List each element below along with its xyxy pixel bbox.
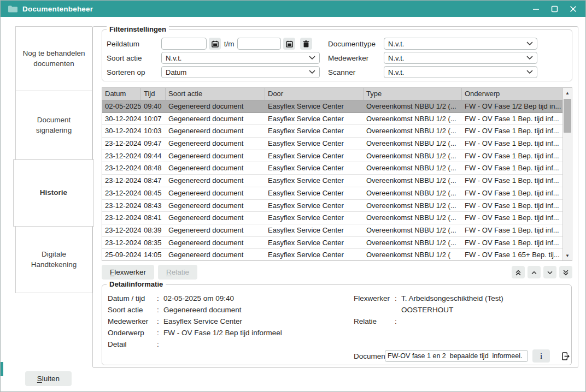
table-row[interactable]: 23-12-202408:43Gegenereerd documentEasyf… bbox=[102, 200, 562, 212]
scroll-down-button[interactable]: ▼ bbox=[563, 251, 572, 260]
table-cell: 23-12-2024 bbox=[102, 237, 141, 249]
maximize-button[interactable] bbox=[549, 4, 559, 14]
calendar-icon bbox=[286, 40, 293, 47]
sorteren-op-label: Sorteren op bbox=[107, 68, 161, 76]
chevron-down-icon bbox=[526, 70, 533, 74]
table-cell: FW - OV Fase 1 Bep. tijd inf... bbox=[462, 175, 562, 187]
history-table: DatumTijdSoort actieDoorTypeOnderwerp 02… bbox=[102, 87, 572, 261]
table-row[interactable]: 02-05-202509:40Gegenereerd documentEasyf… bbox=[102, 100, 562, 113]
table-cell: Gegenereerd document bbox=[166, 100, 265, 112]
documenttype-select[interactable]: N.v.t. bbox=[384, 38, 537, 50]
table-row[interactable]: 23-12-202408:41Gegenereerd documentEasyf… bbox=[102, 212, 562, 224]
table-cell: 08:43 bbox=[141, 200, 166, 212]
colon: : bbox=[157, 294, 163, 302]
flexwerker-button[interactable]: Flexwerker bbox=[102, 265, 154, 280]
sluiten-button[interactable]: Sluiten bbox=[25, 371, 72, 386]
table-row[interactable]: 23-12-202409:47Gegenereerd documentEasyf… bbox=[102, 138, 562, 150]
document-filename-input[interactable] bbox=[385, 350, 528, 362]
left-edge-accent bbox=[1, 362, 3, 376]
table-body: 02-05-202509:40Gegenereerd documentEasyf… bbox=[102, 100, 562, 260]
table-scrollbar[interactable]: ▲ ▼ bbox=[562, 88, 572, 260]
scroll-up-button[interactable]: ▲ bbox=[563, 88, 572, 98]
sidebar-tab-digitale-handtekening[interactable]: Digitale Handtekening bbox=[15, 226, 92, 293]
scroll-down-icon: ▼ bbox=[565, 253, 570, 258]
column-header-datum[interactable]: Datum bbox=[102, 88, 141, 100]
medewerker-select[interactable]: N.v.t. bbox=[384, 52, 537, 64]
column-header-tijd[interactable]: Tijd bbox=[141, 88, 166, 100]
table-cell: Gegenereerd document bbox=[166, 249, 265, 260]
next-record-button[interactable] bbox=[543, 266, 556, 278]
peildatum-label: Peildatum bbox=[107, 40, 161, 48]
table-cell: FW - OV Fase 1 Bep. tijd inf... bbox=[462, 150, 562, 162]
column-header-onderwerp[interactable]: Onderwerp bbox=[462, 88, 572, 100]
column-header-door[interactable]: Door bbox=[265, 88, 364, 100]
table-cell: Overeenkomst NBBU 1/2 (... bbox=[364, 187, 462, 199]
table-cell: Gegenereerd document bbox=[166, 113, 265, 125]
sidebar-tab-label: Digitale Handtekening bbox=[22, 250, 85, 269]
detail-row: Soort actie:Gegenereerd document bbox=[108, 304, 282, 316]
sidebar-tab-document-signalering[interactable]: Document signalering bbox=[15, 91, 92, 160]
previous-record-button[interactable] bbox=[528, 266, 541, 278]
colon: : bbox=[157, 340, 163, 348]
scanner-select[interactable]: N.v.t. bbox=[384, 66, 537, 78]
table-row[interactable]: 30-12-202410:07Gegenereerd documentEasyf… bbox=[102, 113, 562, 126]
table-row[interactable]: 23-12-202408:35Gegenereerd documentEasyf… bbox=[102, 237, 562, 250]
soort-actie-select[interactable]: N.v.t. bbox=[161, 52, 320, 64]
table-cell: Easyflex Service Center bbox=[265, 150, 364, 162]
column-header-soort-actie[interactable]: Soort actie bbox=[166, 88, 265, 100]
table-cell: FW - OV Fase 1/2 Bep tijd in... bbox=[462, 100, 562, 112]
table-cell: Easyflex Service Center bbox=[265, 212, 364, 224]
sidebar-tab-historie[interactable]: Historie bbox=[13, 159, 94, 227]
table-cell: 09:47 bbox=[141, 138, 166, 150]
table-cell: Easyflex Service Center bbox=[265, 100, 364, 112]
chevron-down-icon bbox=[526, 56, 533, 60]
peildatum-to-input[interactable] bbox=[237, 38, 281, 50]
table-row[interactable]: 23-12-202408:39Gegenereerd documentEasyf… bbox=[102, 224, 562, 237]
table-cell: FW - OV Fase 1 Bep. tijd inf... bbox=[462, 113, 562, 125]
clear-dates-button[interactable] bbox=[300, 38, 312, 50]
double-chevron-down-icon bbox=[562, 269, 570, 276]
table-row[interactable]: 23-12-202408:45Gegenereerd documentEasyf… bbox=[102, 187, 562, 200]
table-cell: 23-12-2024 bbox=[102, 150, 141, 162]
chevron-up-icon bbox=[530, 269, 538, 276]
peildatum-to-calendar-button[interactable] bbox=[283, 38, 295, 50]
peildatum-from-calendar-button[interactable] bbox=[209, 38, 221, 50]
close-button[interactable] bbox=[568, 4, 578, 14]
table-cell: 08:45 bbox=[141, 187, 166, 199]
document-info-button[interactable]: i bbox=[532, 349, 550, 363]
table-cell: Overeenkomst NBBU 1/2 (... bbox=[364, 150, 462, 162]
column-header-type[interactable]: Type bbox=[364, 88, 462, 100]
table-cell: Overeenkomst NBBU 1/2 ( bbox=[364, 249, 462, 260]
table-cell: FW - OV Fase 1 Bep. tijd inf... bbox=[462, 200, 562, 212]
colon: : bbox=[395, 317, 401, 325]
chevron-down-icon bbox=[309, 56, 315, 60]
detail-label: Detail bbox=[108, 340, 157, 348]
open-document-button[interactable] bbox=[558, 349, 573, 363]
table-row[interactable]: 23-12-202409:44Gegenereerd documentEasyf… bbox=[102, 150, 562, 163]
relatie-button[interactable]: Relatie bbox=[158, 265, 197, 280]
table-cell: Easyflex Service Center bbox=[265, 200, 364, 212]
table-row[interactable]: 23-12-202408:47Gegenereerd documentEasyf… bbox=[102, 175, 562, 187]
table-cell: Easyflex Service Center bbox=[265, 237, 364, 249]
table-cell: 23-12-2024 bbox=[102, 138, 141, 150]
sorteren-op-select[interactable]: Datum bbox=[161, 66, 320, 78]
sidebar-tab-nog-te-behandelen-documenten[interactable]: Nog te behandelen documenten bbox=[15, 26, 92, 91]
maximize-icon bbox=[551, 5, 558, 13]
tm-label: t/m bbox=[221, 40, 237, 48]
trash-icon bbox=[303, 40, 309, 47]
table-cell: Overeenkomst NBBU 1/2 (... bbox=[364, 237, 462, 249]
detail-label: Soort actie bbox=[108, 306, 157, 314]
table-row[interactable]: 25-09-202414:05Gegenereerd documentEasyf… bbox=[102, 249, 562, 260]
table-cell: 25-09-2024 bbox=[102, 249, 141, 260]
scrollbar-thumb[interactable] bbox=[564, 99, 571, 133]
first-record-button[interactable] bbox=[512, 266, 525, 278]
peildatum-from-input[interactable] bbox=[161, 38, 207, 50]
last-record-button[interactable] bbox=[559, 266, 572, 278]
table-header: DatumTijdSoort actieDoorTypeOnderwerp bbox=[102, 88, 572, 100]
table-row[interactable]: 23-12-202408:48Gegenereerd documentEasyf… bbox=[102, 162, 562, 175]
detail-legend: Detailinformatie bbox=[107, 280, 166, 288]
table-cell: FW - OV Fase 1 Bep. tijd inf... bbox=[462, 237, 562, 249]
table-cell: FW - OV Fase 1 65+ Bep. tij... bbox=[462, 249, 562, 260]
minimize-button[interactable] bbox=[531, 4, 541, 14]
table-row[interactable]: 30-12-202410:03Gegenereerd documentEasyf… bbox=[102, 125, 562, 138]
